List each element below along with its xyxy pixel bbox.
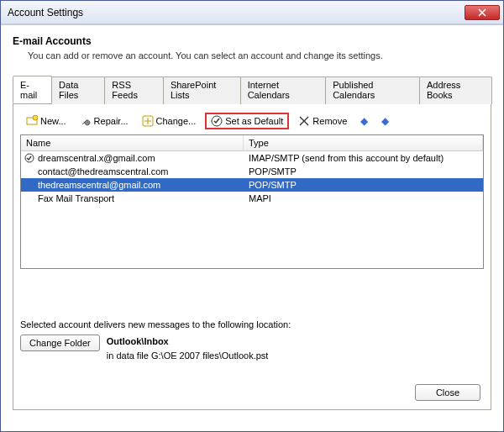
set-as-default-button[interactable]: Set as Default — [205, 113, 289, 129]
tab-published-calendars[interactable]: Published Calendars — [325, 76, 420, 104]
delivery-location-row: Change Folder Outlook\Inbox in data file… — [20, 335, 484, 362]
default-check-icon — [211, 115, 223, 127]
account-name: contact@thedreamscentral.com — [38, 166, 168, 176]
accounts-list: Name Type dreamscentral.x@gmail.com IMAP… — [20, 134, 484, 269]
repair-button[interactable]: Repair... — [76, 113, 133, 129]
tab-address-books[interactable]: Address Books — [419, 76, 492, 104]
delivery-location-text: Outlook\Inbox in data file G:\OE 2007 fi… — [107, 335, 269, 362]
new-button[interactable]: New... — [22, 113, 71, 129]
remove-label: Remove — [312, 116, 347, 126]
change-label: Change... — [156, 116, 197, 126]
delivery-location-label: Selected account delivers new messages t… — [20, 319, 484, 329]
account-type: POP/SMTP — [244, 179, 483, 191]
account-row[interactable]: dreamscentral.x@gmail.com IMAP/SMTP (sen… — [21, 151, 483, 165]
change-folder-button[interactable]: Change Folder — [20, 335, 100, 351]
column-name[interactable]: Name — [21, 135, 244, 150]
page-heading: E-mail Accounts — [13, 35, 491, 47]
account-name: Fax Mail Transport — [38, 193, 114, 203]
delivery-folder: Outlook\Inbox — [107, 336, 169, 346]
column-type[interactable]: Type — [244, 135, 483, 150]
repair-icon — [80, 115, 92, 127]
page-subheading: You can add or remove an account. You ca… — [28, 50, 491, 61]
content-area: E-mail Accounts You can add or remove an… — [1, 24, 503, 431]
arrow-down-icon: ◆ — [381, 115, 389, 127]
set-as-default-label: Set as Default — [225, 116, 283, 126]
move-up-button[interactable]: ◆ — [356, 113, 372, 129]
close-button[interactable]: Close — [415, 384, 480, 401]
toolbar: New... Repair... Change... — [20, 111, 484, 134]
account-type: POP/SMTP — [244, 166, 483, 177]
new-label: New... — [40, 116, 66, 126]
repair-label: Repair... — [94, 116, 129, 126]
change-icon — [142, 115, 154, 127]
account-row[interactable]: thedreamscentral@gmail.com POP/SMTP — [21, 178, 483, 192]
svg-point-1 — [33, 115, 38, 120]
tab-email[interactable]: E-mail — [13, 76, 52, 103]
titlebar: Account Settings — [1, 1, 503, 24]
account-type: MAPI — [244, 192, 483, 204]
account-row[interactable]: Fax Mail Transport MAPI — [21, 192, 483, 205]
tabstrip: E-mail Data Files RSS Feeds SharePoint L… — [13, 76, 491, 104]
change-button[interactable]: Change... — [138, 113, 201, 129]
list-header: Name Type — [21, 135, 483, 151]
remove-button[interactable]: Remove — [294, 113, 351, 129]
new-icon — [26, 115, 38, 127]
account-settings-window: Account Settings E-mail Accounts You can… — [0, 0, 504, 432]
move-down-button[interactable]: ◆ — [377, 113, 393, 129]
window-title: Account Settings — [8, 7, 465, 18]
remove-icon — [298, 115, 310, 127]
default-indicator-icon — [24, 153, 34, 163]
account-row[interactable]: contact@thedreamscentral.com POP/SMTP — [21, 165, 483, 178]
arrow-up-icon: ◆ — [360, 115, 368, 127]
window-close-button[interactable] — [465, 5, 500, 20]
dialog-buttons: Close — [415, 384, 480, 401]
close-icon — [478, 8, 486, 17]
tab-data-files[interactable]: Data Files — [51, 76, 105, 104]
tab-sharepoint-lists[interactable]: SharePoint Lists — [163, 76, 241, 104]
tab-panel-email: New... Repair... Change... — [13, 104, 491, 410]
account-name: dreamscentral.x@gmail.com — [38, 153, 155, 163]
tab-internet-calendars[interactable]: Internet Calendars — [240, 76, 327, 104]
account-name: thedreamscentral@gmail.com — [38, 180, 160, 190]
account-type: IMAP/SMTP (send from this account by def… — [244, 152, 483, 164]
delivery-datafile: in data file G:\OE 2007 files\Outlook.ps… — [107, 350, 269, 361]
tab-rss-feeds[interactable]: RSS Feeds — [104, 76, 164, 104]
